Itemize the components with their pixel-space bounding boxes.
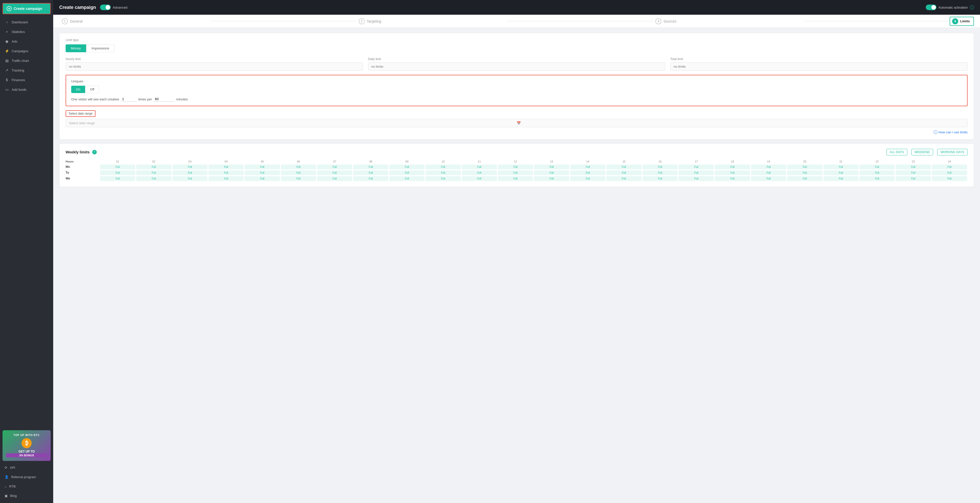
cell-we-16[interactable]: Full [643,176,678,181]
table-row[interactable]: Full [895,176,931,182]
how-link[interactable]: i How can i use limits [934,130,967,134]
table-row[interactable]: Full [425,176,461,182]
sidebar-item-ads[interactable]: ◉ Ads [0,37,53,46]
cell-mo-5[interactable]: Full [245,164,280,169]
table-row[interactable]: Full [931,176,967,182]
table-row[interactable]: Full [714,170,751,176]
cell-mo-24[interactable]: Full [932,164,967,169]
table-row[interactable]: Full [244,176,280,182]
table-row[interactable]: Full [751,170,787,176]
table-row[interactable]: Full [751,176,787,182]
table-row[interactable]: Full [642,170,678,176]
impressions-tab[interactable]: Impressions [86,45,115,52]
cell-tu-16[interactable]: Full [643,170,678,175]
cell-tu-17[interactable]: Full [679,170,714,175]
cell-tu-8[interactable]: Full [353,170,388,175]
money-tab[interactable]: Money [65,45,86,52]
table-row[interactable]: Full [280,176,317,182]
table-row[interactable]: Full [570,164,606,170]
sidebar-item-api[interactable]: ⟳ API [0,463,53,472]
table-row[interactable]: Full [172,170,208,176]
cell-tu-13[interactable]: Full [534,170,569,175]
step-sources[interactable]: 3 Sources [653,18,804,24]
cell-we-5[interactable]: Full [245,176,280,181]
cell-mo-8[interactable]: Full [353,164,388,169]
cell-mo-13[interactable]: Full [534,164,569,169]
table-row[interactable]: Full [678,176,714,182]
cell-mo-19[interactable]: Full [751,164,786,169]
table-row[interactable]: Full [823,176,859,182]
on-button[interactable]: On [71,86,85,93]
cell-tu-14[interactable]: Full [570,170,605,175]
table-row[interactable]: Full [642,176,678,182]
cell-we-22[interactable]: Full [859,176,895,181]
cell-tu-5[interactable]: Full [245,170,280,175]
table-row[interactable]: Full [317,170,353,176]
cell-we-14[interactable]: Full [570,176,605,181]
step-targeting[interactable]: 2 Targeting [356,18,507,24]
table-row[interactable]: Full [425,170,461,176]
cell-mo-9[interactable]: Full [389,164,425,169]
table-row[interactable]: Full [280,164,317,170]
calendar-icon[interactable]: 📅 [517,121,964,125]
table-row[interactable]: Full [931,164,967,170]
cell-mo-2[interactable]: Full [136,164,172,169]
advanced-toggle[interactable] [100,5,111,10]
table-row[interactable]: Full [678,164,714,170]
total-limit-input[interactable] [670,62,967,71]
cell-we-15[interactable]: Full [606,176,641,181]
cell-mo-1[interactable]: Full [100,164,135,169]
cell-mo-21[interactable]: Full [824,164,859,169]
cell-tu-10[interactable]: Full [426,170,461,175]
step-limits[interactable]: 4 Limits [950,17,974,26]
table-row[interactable]: Full [606,164,642,170]
cell-mo-15[interactable]: Full [606,164,641,169]
cell-mo-6[interactable]: Full [281,164,316,169]
cell-we-4[interactable]: Full [208,176,244,181]
table-row[interactable]: Full [895,170,931,176]
table-row[interactable]: Full [172,164,208,170]
cell-mo-7[interactable]: Full [317,164,352,169]
table-row[interactable]: Full [606,170,642,176]
cell-tu-19[interactable]: Full [751,170,786,175]
cell-tu-11[interactable]: Full [462,170,497,175]
table-row[interactable]: Full [208,170,244,176]
weekend-button[interactable]: WEEKEND [912,149,933,155]
table-row[interactable]: Full [570,170,606,176]
cell-mo-18[interactable]: Full [715,164,750,169]
table-row[interactable]: Full [244,164,280,170]
table-row[interactable]: Full [570,176,606,182]
sidebar-item-campaigns[interactable]: ⚡ Campaigns [0,46,53,56]
sidebar-banner[interactable]: TOP UP WITH BTC ₿ GET UP TO 3% BONUS [3,430,51,461]
table-row[interactable]: Full [244,170,280,176]
table-row[interactable]: Full [823,164,859,170]
table-row[interactable]: Full [533,164,570,170]
table-row[interactable]: Full [136,176,172,182]
cell-tu-18[interactable]: Full [715,170,750,175]
all-days-button[interactable]: ALL DAYS [886,149,907,155]
cell-we-12[interactable]: Full [498,176,533,181]
step-general[interactable]: 1 General [59,18,210,24]
hourly-limit-input[interactable] [65,62,363,71]
table-row[interactable]: Full [425,164,461,170]
cell-we-17[interactable]: Full [679,176,714,181]
auto-activation-toggle[interactable] [926,5,936,10]
auto-activation-info-icon[interactable]: i [970,5,974,10]
table-row[interactable]: Full [714,176,751,182]
cell-tu-22[interactable]: Full [859,170,895,175]
sidebar-item-statistics[interactable]: ▪ Statistics [0,27,53,37]
cell-mo-17[interactable]: Full [679,164,714,169]
table-row[interactable]: Full [208,176,244,182]
table-row[interactable]: Full [100,170,136,176]
table-row[interactable]: Full [317,164,353,170]
cell-we-2[interactable]: Full [136,176,172,181]
table-row[interactable]: Full [895,164,931,170]
cell-mo-3[interactable]: Full [172,164,208,169]
times-input[interactable] [121,97,136,102]
cell-mo-10[interactable]: Full [426,164,461,169]
sidebar-item-rtb[interactable]: ⟂ RTB [0,482,53,491]
table-row[interactable]: Full [461,170,498,176]
table-row[interactable]: Full [859,176,895,182]
cell-we-3[interactable]: Full [172,176,208,181]
table-row[interactable]: Full [931,170,967,176]
